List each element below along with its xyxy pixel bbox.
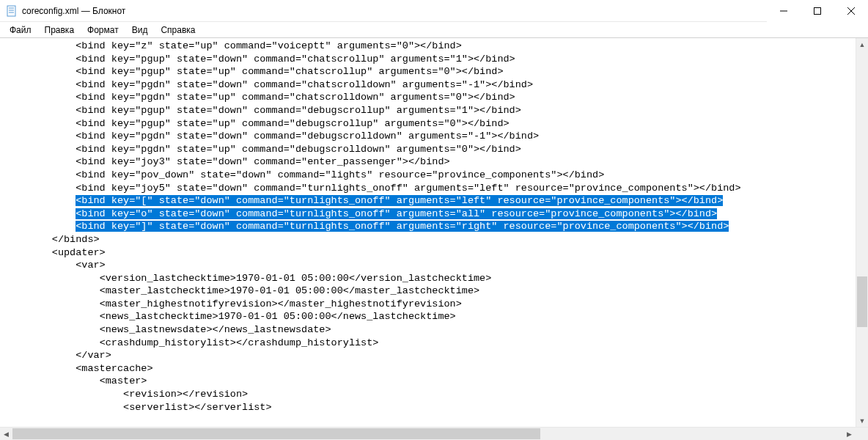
editor-line[interactable]: </var> xyxy=(4,349,864,362)
editor-line[interactable]: <crashdump_historylist></crashdump_histo… xyxy=(4,337,864,350)
editor-line[interactable]: <bind key="pgup" state="up" command="cha… xyxy=(4,65,864,78)
editor-text-area[interactable]: <bind key="z" state="up" command="voicep… xyxy=(0,38,868,427)
close-button[interactable] xyxy=(834,0,868,22)
horizontal-scroll-thumb[interactable] xyxy=(12,428,540,439)
scroll-down-icon[interactable]: ▼ xyxy=(856,414,868,427)
editor-line[interactable]: <bind key="pgup" state="down" command="d… xyxy=(4,104,864,117)
editor-line[interactable]: <bind key="pgdn" state="up" command="deb… xyxy=(4,143,864,156)
scroll-right-icon[interactable]: ▶ xyxy=(843,428,856,440)
editor-line[interactable]: <bind key="joy3" state="down" command="e… xyxy=(4,155,864,169)
selected-text[interactable]: <bind key="[" state="down" command="turn… xyxy=(76,195,723,206)
horizontal-scrollbar[interactable]: ◀ ▶ xyxy=(0,427,868,440)
vertical-scroll-track[interactable] xyxy=(856,51,868,414)
minimize-button[interactable] xyxy=(767,0,801,22)
editor-line[interactable]: <bind key="pgup" state="up" command="deb… xyxy=(4,117,864,131)
editor-line[interactable]: <bind key="joy5" state="down" command="t… xyxy=(4,182,864,195)
editor-line[interactable]: <bind key="pov_down" state="down" comman… xyxy=(4,169,864,182)
editor-line[interactable]: <bind key="pgdn" state="down" command="c… xyxy=(4,78,864,92)
selected-text[interactable]: <bind key="]" state="down" command="turn… xyxy=(76,221,729,232)
selected-text[interactable]: <bind key="o" state="down" command="turn… xyxy=(76,208,717,219)
editor-line[interactable]: <master_lastchecktime>1970-01-01 05:00:0… xyxy=(4,285,864,298)
editor-line[interactable]: <serverlist></serverlist> xyxy=(4,401,864,414)
editor-line[interactable]: <news_lastchecktime>1970-01-01 05:00:00<… xyxy=(4,310,864,323)
editor-line[interactable]: <bind key="pgdn" state="up" command="cha… xyxy=(4,91,864,104)
svg-rect-0 xyxy=(7,6,15,16)
editor-line[interactable]: <version_lastchecktime>1970-01-01 05:00:… xyxy=(4,272,864,285)
svg-rect-5 xyxy=(814,8,821,15)
titlebar: coreconfig.xml — Блокнот xyxy=(0,0,868,22)
editor-line[interactable]: <bind key="pgdn" state="down" command="d… xyxy=(4,130,864,143)
editor-line[interactable]: <bind key="o" state="down" command="turn… xyxy=(4,208,864,221)
editor-line[interactable]: <mastercache> xyxy=(4,362,864,375)
scroll-up-icon[interactable]: ▲ xyxy=(856,38,868,51)
editor-line[interactable]: <var> xyxy=(4,259,864,272)
vertical-scroll-thumb[interactable] xyxy=(857,276,867,327)
maximize-button[interactable] xyxy=(801,0,834,22)
menu-help[interactable]: Справка xyxy=(154,23,202,37)
editor-line[interactable]: <bind key="pgup" state="down" command="c… xyxy=(4,53,864,66)
editor-line[interactable]: </binds> xyxy=(4,233,864,246)
editor-line[interactable]: <master_highestnotifyrevision></master_h… xyxy=(4,298,864,311)
editor-viewport: <bind key="z" state="up" command="voicep… xyxy=(0,38,868,427)
menubar: Файл Правка Формат Вид Справка xyxy=(0,22,868,38)
editor-line[interactable]: <revision></revision> xyxy=(4,388,864,401)
editor-line[interactable]: <updater> xyxy=(4,246,864,260)
vertical-scrollbar[interactable]: ▲ ▼ xyxy=(856,38,868,427)
editor-line[interactable]: <master> xyxy=(4,375,864,388)
scroll-left-icon[interactable]: ◀ xyxy=(0,428,12,440)
editor-line[interactable]: <bind key="[" state="down" command="turn… xyxy=(4,194,864,208)
menu-edit[interactable]: Правка xyxy=(38,23,81,37)
window-controls xyxy=(767,0,868,21)
editor-line[interactable]: <bind key="z" state="up" command="voicep… xyxy=(4,40,864,53)
window-title: coreconfig.xml — Блокнот xyxy=(22,6,767,16)
menu-format[interactable]: Формат xyxy=(81,23,125,37)
editor-line[interactable]: <news_lastnewsdate></news_lastnewsdate> xyxy=(4,323,864,337)
menu-view[interactable]: Вид xyxy=(125,23,155,37)
editor-line[interactable]: <bind key="]" state="down" command="turn… xyxy=(4,220,864,233)
notepad-icon xyxy=(6,5,18,17)
menu-file[interactable]: Файл xyxy=(3,23,38,37)
